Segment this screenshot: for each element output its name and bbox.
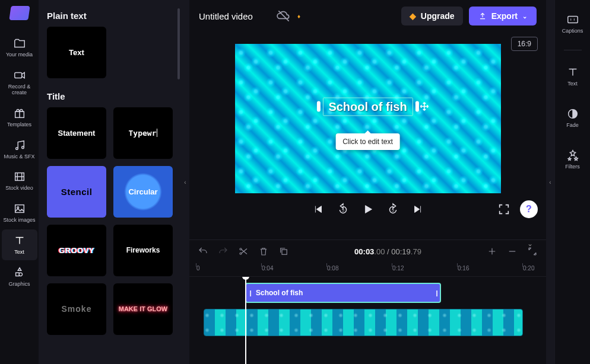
fullscreen-button[interactable] [497,203,510,216]
asset-tile-groovy[interactable]: GROOVY [47,225,106,276]
sidebar-item-stock-video[interactable]: Stock video [2,165,37,196]
scrollbar[interactable] [177,8,180,79]
right-item-text[interactable]: Text [557,61,589,92]
clip-handle-left[interactable]: || [248,284,252,302]
timeline-tracks[interactable]: || School of fish || [189,277,546,364]
sidebar-item-record-create[interactable]: Record & create [2,64,37,101]
asset-tile-smoke[interactable]: Smoke [47,283,106,335]
asset-tile-text[interactable]: Text [47,27,106,78]
play-button[interactable] [361,203,375,216]
text-clip-label: School of fish [256,289,303,297]
help-button[interactable]: ? [520,200,538,218]
asset-tile-typewriter[interactable]: Typewr [113,107,173,159]
svg-rect-0 [14,72,21,78]
right-item-label: Filters [565,164,580,170]
duplicate-button[interactable] [278,246,289,257]
tile-label: Smoke [62,304,92,314]
right-rail: Captions Text Fade Filters [554,0,590,364]
gift-icon [13,107,26,120]
move-handle-icon[interactable] [419,101,430,112]
collapse-stage-button[interactable]: ⌄ [527,240,533,248]
timeline: 00:03.00 / 00:19.79 0 0:04 0:08 0:12 0:1… [189,240,546,364]
app-logo[interactable] [9,6,30,20]
zoom-out-button[interactable] [507,246,518,257]
sidebar-item-text[interactable]: Text [2,229,37,260]
right-item-label: Captions [562,28,583,34]
asset-tile-circular[interactable]: Circular [113,166,173,218]
time-display: 00:03.00 / 00:19.79 [299,247,477,256]
tile-label: Circular [128,187,157,196]
redo-button[interactable] [218,246,229,257]
video-track [196,309,539,336]
tile-label: Statement [58,129,96,138]
section-title-plain-text: Plain text [47,11,173,21]
rewind-5-button[interactable]: 5 [337,203,350,216]
right-item-captions[interactable]: Captions [557,8,589,39]
camera-icon [13,69,26,82]
delete-button[interactable] [258,246,269,257]
image-icon [13,202,26,215]
current-time-sub: .00 [374,247,385,256]
sidebar-item-music-sfx[interactable]: Music & SFX [2,134,37,165]
skip-start-button[interactable] [312,203,325,216]
topbar: ♦ ◆ Upgrade Export ⌄ [189,0,546,32]
video-title-input[interactable] [199,11,270,21]
total-time-sub: .79 [411,247,421,256]
video-clip[interactable] [204,309,523,336]
shapes-icon [13,266,26,279]
preview-canvas[interactable]: School of fish Click to edit text [235,44,501,193]
premium-crown-icon: ♦ [297,13,300,20]
split-button[interactable] [238,246,249,257]
export-label: Export [491,11,518,21]
sidebar-item-label: Templates [7,122,31,128]
skip-end-button[interactable] [411,203,424,216]
cloud-off-icon[interactable] [276,8,291,24]
ruler-tick: 0:12 [392,265,404,272]
add-track-button[interactable] [487,246,497,257]
upgrade-button[interactable]: ◆ Upgrade [401,7,463,25]
sidebar-item-label: Music & SFX [4,154,34,160]
asset-tile-statement[interactable]: Statement [47,107,106,159]
sidebar-item-stock-images[interactable]: Stock images [2,197,37,228]
asset-tile-make-it-glow[interactable]: MAKE IT GLOW [113,283,173,335]
upload-icon [478,12,487,20]
sidebar-item-templates[interactable]: Templates [2,102,37,133]
aspect-ratio-button[interactable]: 16:9 [511,37,538,51]
tile-label: Text [69,48,84,57]
timeline-ruler[interactable]: 0 0:04 0:08 0:12 0:16 0:20 [189,263,546,277]
asset-tile-stencil[interactable]: Stencil [47,166,106,218]
right-item-label: Text [567,81,578,87]
collapse-asset-panel[interactable]: ‹ [181,0,189,364]
right-item-label: Fade [566,123,579,129]
tile-label: Typewr [129,129,157,138]
ruler-tick: 0:20 [523,265,534,272]
undo-button[interactable] [198,246,208,257]
current-time-main: 00:03 [354,247,374,256]
ruler-tick: 0:08 [327,265,338,272]
selection-outline [322,97,413,116]
right-item-filters[interactable]: Filters [557,144,589,175]
text-icon [13,234,26,247]
asset-tile-fireworks[interactable]: Fireworks [113,225,173,276]
svg-point-10 [240,253,242,254]
forward-5-button[interactable]: 5 [386,203,399,216]
export-button[interactable]: Export ⌄ [469,7,537,25]
text-overlay[interactable]: School of fish [323,98,411,114]
resize-handle-left[interactable] [316,101,320,112]
sidebar-item-your-media[interactable]: Your media [2,32,37,63]
text-clip[interactable]: || School of fish || [245,283,441,303]
right-item-fade[interactable]: Fade [557,103,589,133]
timeline-toolbar: 00:03.00 / 00:19.79 [189,240,546,263]
total-time-main: 00:19 [391,247,411,256]
svg-rect-12 [567,17,578,23]
ruler-tick: 0:04 [262,265,273,272]
playhead[interactable] [245,277,246,364]
sidebar-item-graphics[interactable]: Graphics [2,261,37,292]
video-frame [235,44,501,193]
clip-handle-right[interactable]: || [434,284,439,302]
text-icon [566,66,579,79]
chevron-down-icon: ⌄ [522,13,527,20]
collapse-right-panel[interactable]: ‹ [546,0,554,364]
sidebar-item-label: Text [14,250,24,256]
captions-icon [566,13,579,26]
